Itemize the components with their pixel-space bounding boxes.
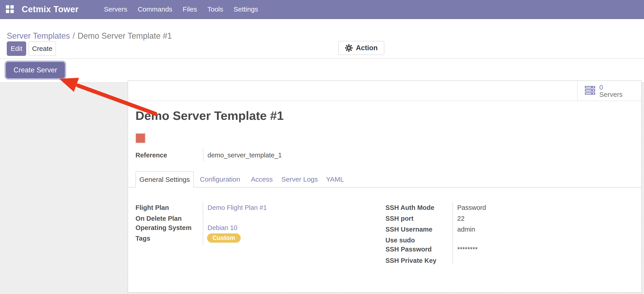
record-color-swatch[interactable] — [135, 133, 146, 143]
main-menu: Servers Commands Files Tools Settings — [104, 6, 258, 13]
field-value-operating-system[interactable]: Debian 10 — [208, 224, 237, 232]
create-button[interactable]: Create — [28, 41, 56, 56]
field-value-ssh-port: 22 — [457, 215, 464, 222]
control-panel: Server Templates/Demo Server Template #1… — [0, 20, 644, 58]
gear-icon — [345, 44, 353, 52]
menu-servers[interactable]: Servers — [104, 6, 127, 13]
tabbar-baseline — [128, 187, 641, 188]
tab-server-logs[interactable]: Server Logs — [281, 176, 318, 183]
servers-count: 0 — [599, 84, 622, 91]
tab-yaml[interactable]: YAML — [326, 176, 344, 183]
action-button-label: Action — [356, 44, 378, 52]
form-statusbar: Create Server — [0, 58, 644, 83]
record-title: Demo Server Template #1 — [136, 108, 284, 122]
field-value-ssh-auth-mode: Password — [457, 204, 486, 211]
field-label-ssh-password: SSH Password — [386, 246, 432, 253]
tag-badge-custom[interactable]: Custom — [207, 233, 241, 243]
tab-access[interactable]: Access — [251, 176, 273, 183]
server-stack-icon — [585, 86, 595, 96]
field-label-on-delete-plan: On Delete Plan — [136, 215, 182, 222]
field-label-ssh-auth-mode: SSH Auth Mode — [386, 204, 434, 211]
field-value-ssh-password: ******** — [457, 246, 478, 253]
field-label-ssh-username: SSH Username — [386, 226, 432, 233]
breadcrumb-current: Demo Server Template #1 — [78, 31, 172, 41]
menu-files[interactable]: Files — [183, 6, 197, 13]
tab-configuration[interactable]: Configuration — [200, 176, 240, 183]
breadcrumb: Server Templates/Demo Server Template #1 — [7, 31, 172, 41]
field-label-ssh-port: SSH port — [386, 215, 414, 222]
tab-general-settings[interactable]: General Settings — [136, 171, 194, 188]
menu-commands[interactable]: Commands — [138, 6, 172, 13]
breadcrumb-parent-link[interactable]: Server Templates — [7, 31, 70, 41]
app-brand[interactable]: Cetmix Tower — [22, 5, 78, 14]
reference-label: Reference — [136, 152, 167, 159]
field-label-tags: Tags — [136, 235, 150, 242]
menu-tools[interactable]: Tools — [207, 6, 223, 13]
right-column-separator — [452, 202, 453, 264]
apps-grid-icon[interactable] — [6, 5, 14, 13]
create-server-button[interactable]: Create Server — [6, 62, 65, 78]
field-value-flight-plan[interactable]: Demo Flight Plan #1 — [208, 204, 267, 211]
edit-button[interactable]: Edit — [7, 41, 26, 56]
menu-settings[interactable]: Settings — [234, 6, 258, 13]
field-label-flight-plan: Flight Plan — [136, 204, 169, 211]
servers-count-label: Servers — [599, 91, 622, 98]
field-label-use-sudo: Use sudo — [386, 237, 415, 244]
top-navbar: Cetmix Tower Servers Commands Files Tool… — [0, 0, 644, 19]
action-button[interactable]: Action — [338, 41, 384, 55]
field-value-ssh-username: admin — [457, 226, 475, 233]
record-sheet: 0 Servers Demo Server Template #1 Refere… — [128, 80, 642, 293]
breadcrumb-separator: / — [70, 31, 78, 41]
reference-separator — [203, 148, 204, 162]
field-label-ssh-private-key: SSH Private Key — [386, 257, 436, 264]
reference-value: demo_server_template_1 — [208, 152, 282, 159]
field-label-operating-system: Operating System — [136, 224, 192, 232]
servers-stat-button[interactable]: 0 Servers — [577, 81, 641, 101]
left-column-separator — [203, 202, 203, 245]
buttonbox-divider — [128, 101, 641, 101]
